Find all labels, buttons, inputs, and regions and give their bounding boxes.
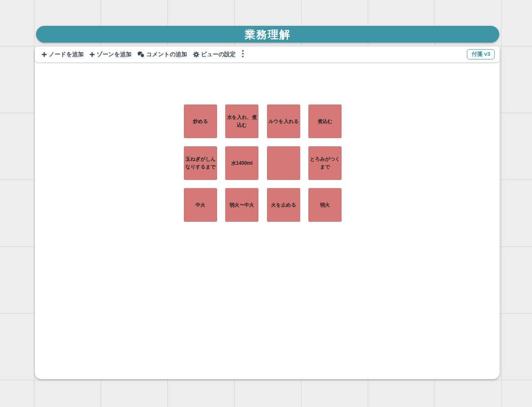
add-node-button[interactable]: ノードを追加 xyxy=(41,51,84,58)
sticky-note-text: 炒める xyxy=(193,118,208,125)
sticky-note[interactable]: ルウを入れる xyxy=(267,105,300,138)
sticky-note-text: 弱火〜中火 xyxy=(230,201,254,209)
comment-icon xyxy=(137,51,145,58)
view-settings-label: ビューの設定 xyxy=(201,51,236,58)
sticky-note[interactable]: 火を止める xyxy=(267,188,300,222)
more-menu-button[interactable] xyxy=(240,50,246,59)
sticky-note-text: 火を止める xyxy=(271,201,296,209)
add-comment-label: コメントの追加 xyxy=(146,51,187,58)
sticky-note-text: 水1400ml xyxy=(231,159,253,167)
sticky-note[interactable]: とろみがつくまで xyxy=(308,146,342,180)
sticky-note-text: とろみがつくまで xyxy=(310,155,340,171)
gear-icon xyxy=(193,51,199,58)
sticky-note-text: 中火 xyxy=(196,201,206,209)
toolbar: ノードを追加 ゾーンを追加 コメントの追加 xyxy=(35,46,500,62)
sticky-note[interactable]: 煮込む xyxy=(308,105,342,138)
sticky-note[interactable]: 水を入れ、煮込む xyxy=(225,105,258,138)
sticky-note-text: 玉ねぎがしんなりするまで xyxy=(185,155,216,171)
app-background: { "header": { "title": "業務理解" }, "toolba… xyxy=(0,0,532,407)
sticky-note-text: ルウを入れる xyxy=(269,118,299,125)
canvas[interactable]: 炒める水を入れ、煮込むルウを入れる煮込む玉ねぎがしんなりするまで水1400mlと… xyxy=(35,46,500,379)
add-node-label: ノードを追加 xyxy=(49,51,84,58)
page-title: 業務理解 xyxy=(245,29,291,40)
kebab-icon xyxy=(242,50,244,59)
sticky-note[interactable]: 弱火 xyxy=(308,188,342,222)
sticky-note[interactable]: 炒める xyxy=(184,105,217,138)
sticky-note[interactable]: 玉ねぎがしんなりするまで xyxy=(184,146,217,180)
version-badge: 付箋 v3 xyxy=(467,49,495,59)
add-zone-button[interactable]: ゾーンを追加 xyxy=(89,51,131,58)
add-comment-button[interactable]: コメントの追加 xyxy=(137,51,187,58)
plus-icon xyxy=(89,52,95,57)
sticky-note[interactable] xyxy=(267,146,300,180)
view-settings-button[interactable]: ビューの設定 xyxy=(193,51,236,58)
sticky-note-text: 弱火 xyxy=(320,201,330,209)
header-bar: 業務理解 xyxy=(36,26,499,43)
notes-layer: 炒める水を入れ、煮込むルウを入れる煮込む玉ねぎがしんなりするまで水1400mlと… xyxy=(35,46,500,379)
add-zone-label: ゾーンを追加 xyxy=(97,51,131,58)
sticky-note[interactable]: 中火 xyxy=(184,188,217,222)
sticky-note-text: 煮込む xyxy=(317,118,332,125)
sticky-note-text: 水を入れ、煮込む xyxy=(226,114,257,129)
sticky-note[interactable]: 水1400ml xyxy=(225,146,258,180)
plus-icon xyxy=(41,52,47,57)
sticky-note[interactable]: 弱火〜中火 xyxy=(225,188,258,222)
